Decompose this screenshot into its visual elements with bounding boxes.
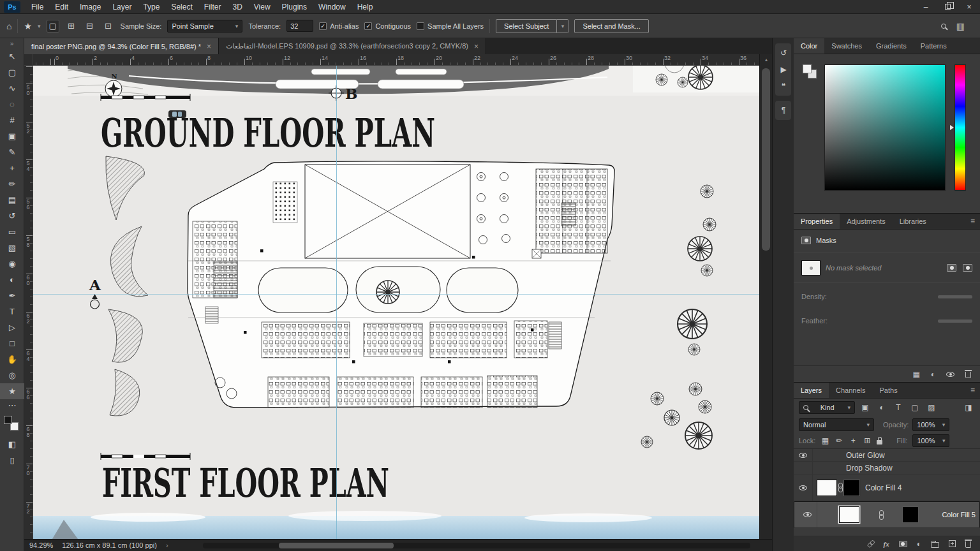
visibility-eye-icon[interactable] — [803, 512, 812, 517]
actions-panel-icon[interactable]: ▶ — [775, 61, 792, 78]
vertical-scrollbar[interactable]: ▴ — [759, 54, 772, 539]
layer-row-color-fill-4[interactable]: Color Fill 4 — [794, 474, 980, 501]
minimize-button[interactable]: – — [915, 0, 937, 14]
tool-clone-stamp[interactable]: ▤ — [0, 192, 24, 208]
quick-mask-button[interactable]: ◧ — [0, 436, 24, 452]
tab-properties[interactable]: Properties — [794, 214, 840, 229]
zoom-level[interactable]: 94.29% — [29, 541, 53, 549]
layer-effect-drop-shadow[interactable]: Drop Shadow — [794, 462, 980, 474]
select-subject-dropdown[interactable]: ▾ — [557, 19, 568, 33]
tool-blur[interactable]: ◉ — [0, 256, 24, 272]
tool-crop[interactable]: # — [0, 112, 24, 128]
new-group-icon[interactable] — [931, 542, 939, 548]
tool-eyedropper[interactable]: ✎ — [0, 144, 24, 160]
horizontal-scrollbar[interactable] — [203, 543, 750, 548]
menu-item-window[interactable]: Window — [313, 0, 352, 14]
subtract-from-selection-button[interactable]: ⊟ — [84, 20, 96, 33]
menu-item-edit[interactable]: Edit — [49, 0, 74, 14]
layer-mask-thumbnail[interactable] — [843, 480, 860, 496]
new-selection-button[interactable]: ▢ — [47, 20, 59, 33]
document-tab-active[interactable]: final poster PNG.png @ 94.3% (Color Fill… — [24, 38, 219, 54]
layer-row-color-fill-5[interactable]: Color Fill 5 — [794, 501, 980, 528]
mask-options-icon[interactable]: ▦ — [912, 370, 919, 379]
lock-artboard-icon[interactable]: ⊞ — [863, 434, 872, 447]
intersect-selection-button[interactable]: ⊡ — [102, 20, 115, 33]
status-chevron-icon[interactable]: › — [166, 541, 168, 549]
panel-menu-icon[interactable]: ≡ — [965, 383, 980, 398]
delete-layer-icon[interactable] — [965, 541, 971, 548]
panel-menu-icon[interactable]: ≡ — [965, 214, 980, 229]
layer-effect-outer-glow[interactable]: Outer Glow — [794, 449, 980, 462]
tool-dodge[interactable]: ◐ — [0, 272, 24, 288]
layer-styles-icon[interactable]: fx — [884, 540, 889, 548]
horizontal-ruler[interactable]: 0 2 4 6 8 10 12 14 16 18 20 22 24 26 28 … — [33, 54, 759, 66]
restore-button[interactable] — [937, 0, 958, 14]
foreground-color-mini-swatch[interactable] — [803, 64, 812, 73]
lock-position-icon[interactable]: + — [849, 434, 858, 447]
link-layers-icon[interactable] — [866, 540, 875, 548]
invert-mask-icon[interactable]: ◐ — [931, 370, 935, 379]
visibility-eye-icon[interactable] — [799, 453, 807, 458]
foreground-color-swatch[interactable] — [4, 416, 12, 424]
select-subject-button[interactable]: Select Subject — [496, 19, 557, 33]
tab-adjustments[interactable]: Adjustments — [840, 214, 893, 229]
close-button[interactable]: × — [958, 0, 980, 14]
hue-slider[interactable] — [954, 64, 966, 191]
opacity-select[interactable]: 100% ▾ — [912, 418, 949, 431]
toggle-mask-icon[interactable] — [946, 372, 954, 377]
edit-toolbar-icon[interactable]: ⋯ — [0, 399, 24, 411]
document-viewport[interactable]: N GROUND FLOOR PLAN FIRST FLOOR PLAN — [33, 66, 759, 539]
search-icon[interactable] — [941, 24, 946, 29]
delete-mask-icon[interactable] — [965, 372, 971, 378]
lock-all-icon[interactable] — [877, 440, 882, 444]
menu-item-select[interactable]: Select — [165, 0, 198, 14]
color-field[interactable] — [824, 64, 946, 191]
foreground-background-colors[interactable] — [4, 416, 20, 432]
menu-item-image[interactable]: Image — [74, 0, 107, 14]
vertical-ruler[interactable]: 50 52 54 56 58 60 62 64 66 68 70 72 74 — [24, 66, 33, 539]
visibility-eye-icon[interactable] — [799, 485, 807, 490]
sample-all-layers-checkbox[interactable]: Sample All Layers — [417, 22, 484, 30]
contiguous-checkbox[interactable]: ✓ Contiguous — [364, 22, 411, 30]
tool-path-selection[interactable]: ▷ — [0, 320, 24, 335]
tool-healing-brush[interactable]: + — [0, 160, 24, 176]
new-layer-icon[interactable] — [949, 540, 956, 547]
menu-item-file[interactable]: File — [26, 0, 49, 14]
menu-item-help[interactable]: Help — [352, 0, 379, 14]
filter-toggle-icon[interactable]: ◨ — [962, 401, 975, 414]
workspace-switcher-icon[interactable]: ▥ — [956, 21, 965, 31]
layer-filter-kind-select[interactable]: Kind ▾ — [799, 401, 855, 414]
document-tab[interactable]: التقاطعات-Model.EPS 10909.psd @ 33.3% (e… — [219, 38, 486, 54]
anti-alias-checkbox[interactable]: ✓ Anti-alias — [319, 22, 359, 30]
paragraph-panel-icon[interactable]: ¶ — [775, 102, 792, 119]
tolerance-input[interactable] — [286, 20, 313, 32]
sample-size-select[interactable]: Point Sample ▾ — [167, 20, 242, 33]
close-icon[interactable]: × — [474, 42, 479, 51]
hue-slider-indicator[interactable] — [950, 125, 954, 130]
tab-swatches[interactable]: Swatches — [824, 38, 869, 54]
menu-item-3d[interactable]: 3D — [226, 0, 248, 14]
tool-magic-wand[interactable]: ★ — [0, 383, 24, 399]
tool-object-selection[interactable]: ◌ — [0, 96, 24, 112]
density-slider[interactable] — [938, 295, 972, 298]
tool-zoom[interactable]: ◎ — [0, 367, 24, 383]
add-pixel-mask-button[interactable] — [947, 264, 956, 272]
scroll-up-icon[interactable]: ▴ — [760, 57, 773, 62]
tool-frame[interactable]: ▣ — [0, 128, 24, 144]
menu-item-view[interactable]: View — [248, 0, 276, 14]
blend-mode-select[interactable]: Normal ▾ — [799, 418, 874, 431]
filter-smart-objects-icon[interactable]: ▨ — [925, 401, 938, 414]
new-adjustment-layer-icon[interactable]: ◐ — [917, 540, 921, 548]
fill-layer-thumbnail[interactable] — [839, 506, 859, 523]
tab-color[interactable]: Color — [794, 38, 824, 54]
close-icon[interactable]: × — [207, 42, 211, 51]
lock-transparency-icon[interactable]: ▦ — [820, 434, 829, 447]
tab-libraries[interactable]: Libraries — [893, 214, 933, 229]
tool-history-brush[interactable]: ↺ — [0, 208, 24, 224]
vertical-scrollbar-thumb[interactable] — [762, 68, 770, 251]
tab-gradients[interactable]: Gradients — [869, 38, 914, 54]
menu-item-layer[interactable]: Layer — [107, 0, 137, 14]
filter-adjustment-layers-icon[interactable]: ◐ — [875, 401, 888, 414]
screen-mode-button[interactable]: ▯ — [0, 452, 24, 468]
add-vector-mask-button[interactable] — [963, 264, 972, 272]
